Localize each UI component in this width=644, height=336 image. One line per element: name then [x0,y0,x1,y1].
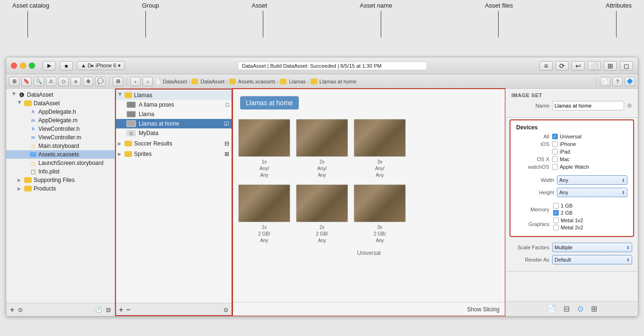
breadcrumb-item-1[interactable]: DataAsset [200,79,224,84]
tree-item-viewcontroller-h[interactable]: h ViewController.h [6,125,115,133]
universal-checkbox[interactable]: ✓ [552,134,558,139]
device-option-iphone[interactable]: iPhone [552,141,576,147]
sidebar-bottom-icon[interactable]: ⊙ [18,307,23,313]
show-slicing-button[interactable]: Show Slicing [467,306,500,313]
warning-button[interactable]: ⚠ [46,77,56,86]
memory-2gb-checkbox[interactable]: ✓ [553,210,559,216]
asset-item-llamas-at-home[interactable]: Llamas at home ☑ [115,119,232,128]
tree-item-products[interactable]: ▶ Products [6,184,115,193]
scale-select[interactable]: Multiple ⬍ [552,243,632,252]
image-2x-2gb[interactable] [296,184,348,222]
image-cell-1x-2gb[interactable]: 1x2 GB/Any [238,184,290,244]
minimize-button[interactable] [20,63,26,69]
tree-item-appdelegate-m[interactable]: m AppDelegate.m [6,116,115,125]
asset-item-mydata[interactable]: ⊞ MyData [115,128,232,138]
close-button[interactable] [11,63,17,69]
bookmark-button[interactable]: 🔖 [21,77,32,86]
device-option-universal[interactable]: ✓ Universal [552,134,581,139]
back-forward-button[interactable]: ↩ [572,61,585,71]
tree-item-info-plist[interactable]: 📋 Info.plist [6,167,115,176]
stop-button[interactable]: ■ [60,61,73,71]
iphone-checkbox[interactable] [552,141,558,147]
image-2x-any[interactable] [296,119,348,157]
tree-item-assets-xcassets[interactable]: Assets.xcassets [6,150,115,159]
tree-item-dataasset-group[interactable]: ▶ DataAsset [6,99,115,108]
add-asset-button[interactable]: + [119,306,123,314]
inspector-help-button[interactable]: ? [612,77,623,86]
height-select[interactable]: Any ⬍ [557,188,627,197]
memory-1gb-checkbox[interactable] [553,203,559,209]
run-button[interactable]: ▶ [43,61,56,71]
asset-group-llamas[interactable]: ▶ Llamas [115,91,232,100]
memory-options: 1 GB ✓ 2 GB [553,203,572,216]
editor-standard-button[interactable]: ⬜ [588,61,601,71]
fullscreen-button[interactable] [29,63,35,69]
breadcrumb-item-3[interactable]: Llamas [289,79,305,84]
breadcrumb-item-4[interactable]: Llamas at home [320,79,357,84]
attr-size-icon[interactable]: ⊞ [591,304,597,313]
editor-version-button[interactable]: ◻ [620,61,633,71]
asset-group-sprites[interactable]: ▶ Sprites ⊞ [115,149,232,159]
image-cell-2x-2gb[interactable]: 2x2 GB/Any [296,184,348,244]
graphics-metal1-option[interactable]: Metal 1v2 [553,218,583,223]
list-view-button[interactable]: ≡ [539,61,553,71]
folder-icon [24,100,32,106]
grid-button[interactable]: ⊞ [113,77,123,86]
image-1x-any[interactable] [238,119,290,157]
search-button[interactable]: 🔍 [34,77,44,86]
asset-item-llama[interactable]: Llama [115,109,232,119]
attr-layout-icon[interactable]: ⊟ [564,304,570,313]
graphics-metal2-option[interactable]: Metal 2v2 [553,225,583,230]
nav-forward[interactable]: › [143,77,153,86]
mac-checkbox[interactable] [552,156,558,162]
device-option-ipad[interactable]: iPad [552,149,570,154]
metal1-checkbox[interactable] [553,218,559,223]
sidebar-filter-icon[interactable]: ⊟ [106,307,111,313]
image-1x-2gb[interactable] [238,184,290,222]
image-cell-3x-2gb[interactable]: 3x2 GB/Any [354,184,406,244]
image-cell-3x-any[interactable]: 3xAny/Any [354,119,406,179]
breadcrumb-item-0[interactable]: DataAsset [163,79,187,84]
image-cell-1x-any[interactable]: 1xAny/Any [238,119,290,179]
asset-group-soccer[interactable]: ▶ Soccer Results ⊟ [115,139,232,148]
tree-item-appdelegate-h[interactable]: h AppDelegate.h [6,108,115,116]
image-3x-2gb[interactable] [354,184,406,222]
render-select[interactable]: Default ⬍ [552,255,632,264]
inspector-identity-button[interactable]: 🔷 [625,77,635,86]
tree-item-dataasset-root[interactable]: ▶ 🅐 DataAsset [6,91,115,99]
memory-1gb-option[interactable]: 1 GB [553,203,572,209]
asset-filter-icon[interactable]: ⊙ [224,307,228,313]
comment-button[interactable]: 💬 [95,77,106,86]
tree-item-launchscreen[interactable]: ◻ LaunchScreen.storyboard [6,159,115,167]
editor-assistant-button[interactable]: ⊞ [604,61,617,71]
width-select[interactable]: Any ⬍ [557,175,627,185]
metal2-checkbox[interactable] [553,225,559,230]
attr-file-icon[interactable]: 📄 [546,304,556,313]
memory-2gb-option[interactable]: ✓ 2 GB [553,210,572,216]
image-cell-2x-any[interactable]: 2xAny/Any [296,119,348,179]
device-option-mac[interactable]: Mac [552,156,570,162]
tree-item-viewcontroller-m[interactable]: m ViewController.m [6,133,115,142]
name-input[interactable] [552,101,624,110]
sidebar-clock-icon[interactable]: 🕐 [95,307,102,313]
filter-button[interactable]: ≡ [71,77,81,86]
navigator-toggle[interactable]: ⊞ [9,77,19,86]
remove-asset-button[interactable]: − [126,306,130,314]
tree-item-supporting-files[interactable]: ▶ Supporting Files [6,176,115,184]
refresh-button[interactable]: ⟳ [555,61,569,71]
add-file-button[interactable]: + [10,306,14,314]
ipad-checkbox[interactable] [552,149,558,154]
breadcrumb-item-2[interactable]: Assets.xcassets [238,79,276,84]
source-button[interactable]: ◇ [58,77,69,86]
scheme-selector[interactable]: ▲ D▸ iPhone 6 ▾ [77,61,125,70]
tree-item-main-storyboard[interactable]: ◻ Main.storyboard [6,142,115,150]
device-option-applewatch[interactable]: Apple Watch [552,164,589,170]
attr-identity-icon[interactable]: ⊙ [577,304,583,313]
applewatch-checkbox[interactable] [552,164,558,170]
image-3x-any[interactable] [354,119,406,157]
asset-item-llama-poses[interactable]: A llama poses □ [115,100,232,109]
nav-back[interactable]: ‹ [130,77,141,86]
name-gear-icon[interactable]: ⚙ [627,102,632,109]
inspector-file-button[interactable]: 📄 [600,77,610,86]
breakpoint-button[interactable]: ⊕ [83,77,93,86]
